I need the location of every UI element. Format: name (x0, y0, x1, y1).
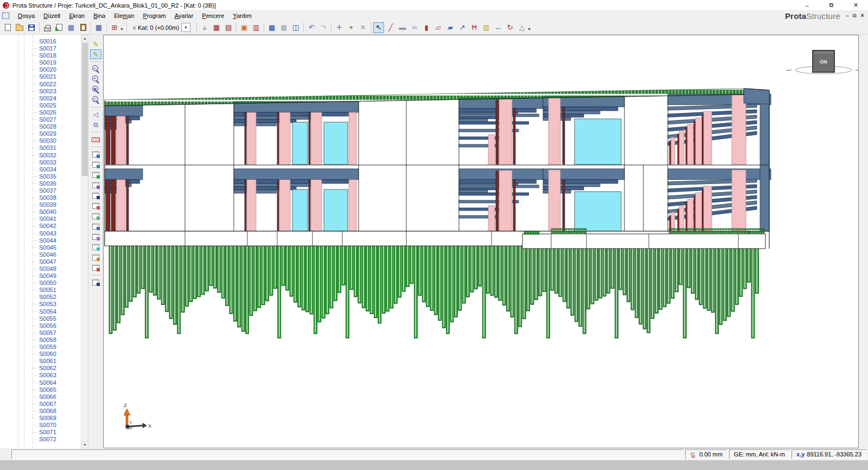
scroll-up-icon[interactable]: ▲ (81, 35, 88, 42)
panel-tool-button[interactable]: ▱ (433, 22, 444, 33)
tree-item-s0042[interactable]: S0042 (0, 223, 81, 230)
tree-item-s0052[interactable]: S0052 (0, 294, 81, 301)
tree-item-s0051[interactable]: S0051 (0, 287, 81, 294)
print-button[interactable] (42, 22, 53, 33)
tree-item-s0060[interactable]: S0060 (0, 351, 81, 358)
tree-item-s0044[interactable]: S0044 (0, 237, 81, 244)
tree-item-s0027[interactable]: S0027 (0, 116, 81, 123)
zoom-window-icon[interactable]: ▭ (90, 64, 101, 74)
tables-button[interactable]: ▦ (66, 22, 76, 33)
tree-item-s0032[interactable]: S0032 (0, 152, 81, 159)
menu-yardm[interactable]: Yardım (228, 12, 256, 20)
visibility-walls-icon[interactable] (90, 180, 101, 190)
tree-item-s0028[interactable]: S0028 (0, 123, 81, 130)
tree-item-s0065[interactable]: S0065 (0, 386, 81, 393)
menu-program[interactable]: Program (139, 12, 170, 20)
tree-item-s0072[interactable]: S0072 (0, 436, 81, 443)
visibility-labels-icon[interactable] (90, 242, 101, 252)
report-button[interactable] (54, 22, 65, 33)
visibility-dimensions-icon[interactable] (90, 232, 101, 242)
mdi-minimize-button[interactable]: – (846, 13, 849, 18)
visual-interrogate-icon[interactable]: ◁ (90, 110, 101, 119)
edit-pencil-icon[interactable]: ✎ (90, 49, 101, 59)
menu-dzelt[interactable]: Düzelt (39, 12, 65, 20)
zoom-previous-icon[interactable]: ↶ (90, 74, 101, 84)
visibility-axes-icon[interactable] (90, 211, 101, 221)
rotate-tool-button[interactable]: ↻ (505, 22, 515, 33)
tree-item-s0030[interactable]: S0030 (0, 137, 81, 144)
visibility-slabs-icon[interactable] (90, 170, 101, 180)
tree-item-s0016[interactable]: S0016 (0, 38, 81, 45)
menu-ayarlar[interactable]: Ayarlar (170, 12, 198, 20)
storey-manager-caret-icon[interactable]: ▼ (120, 27, 124, 31)
close-button[interactable]: ✕ (844, 0, 868, 10)
tree-item-s0021[interactable]: S0021 (0, 73, 81, 80)
tree-item-s0056[interactable]: S0056 (0, 322, 81, 329)
tree-item-s0029[interactable]: S0029 (0, 130, 81, 137)
tree-item-s0070[interactable]: S0070 (0, 422, 81, 429)
draw-pencil-icon[interactable]: ✎ (90, 39, 101, 49)
tree-item-s0025[interactable]: S0025 (0, 102, 81, 109)
tree-item-s0063[interactable]: S0063 (0, 372, 81, 379)
tree-item-s0023[interactable]: S0023 (0, 88, 81, 95)
tree-item-s0035[interactable]: S0035 (0, 173, 81, 180)
select-button[interactable]: ↖ (373, 22, 384, 33)
pattern-button[interactable]: ▩ (266, 22, 277, 33)
menu-ekran[interactable]: Ekran (65, 12, 89, 20)
grid-box-button[interactable]: ◫ (290, 22, 301, 33)
mdi-close-button[interactable]: ✕ (860, 13, 865, 18)
tree-item-s0045[interactable]: S0045 (0, 244, 81, 251)
frame-view-button[interactable]: ▣ (239, 22, 250, 33)
tree-item-s0037[interactable]: S0037 (0, 187, 81, 194)
truss-view-button[interactable]: ▥ (251, 22, 261, 33)
tree-item-s0069[interactable]: S0069 (0, 415, 81, 422)
tree-item-s0024[interactable]: S0024 (0, 95, 81, 102)
tree-item-s0019[interactable]: S0019 (0, 59, 81, 66)
tree-item-s0031[interactable]: S0031 (0, 144, 81, 151)
menu-pencere[interactable]: Pencere (197, 12, 228, 20)
visibility-piles-icon[interactable] (90, 201, 101, 211)
tree-item-s0047[interactable]: S0047 (0, 258, 81, 265)
visibility-members-icon[interactable] (90, 263, 101, 272)
column-tool-button[interactable]: ▮ (421, 22, 432, 33)
tree-item-s0050[interactable]: S0050 (0, 280, 81, 287)
scroll-down-icon[interactable]: ▼ (81, 441, 88, 448)
delete-button[interactable]: ✕ (358, 22, 368, 33)
polyline-tool-caret-icon[interactable]: ▼ (527, 27, 531, 31)
tree-item-s0048[interactable]: S0048 (0, 265, 81, 272)
tree-item-s0022[interactable]: S0022 (0, 81, 81, 88)
storey-manager-button[interactable]: ⊞ (109, 22, 120, 33)
move-tool-button[interactable]: ↔ (493, 22, 503, 33)
truss-tool-button[interactable]: Ħ (469, 22, 480, 33)
tree-item-s0017[interactable]: S0017 (0, 45, 81, 52)
menu-bina[interactable]: Bina (89, 12, 110, 20)
tree-item-s0057[interactable]: S0057 (0, 329, 81, 336)
tree-item-s0046[interactable]: S0046 (0, 251, 81, 258)
storey-selector[interactable]: oKat: 0 (+0.00m)▼ (133, 23, 190, 32)
tree-item-s0038[interactable]: S0038 (0, 194, 81, 201)
tree-item-s0026[interactable]: S0026 (0, 109, 81, 116)
tree-item-s0018[interactable]: S0018 (0, 52, 81, 59)
pick-clear-button[interactable]: ⌖ (346, 22, 356, 33)
tree-item-s0054[interactable]: S0054 (0, 308, 81, 315)
mdi-restore-button[interactable]: ⧉ (852, 13, 856, 18)
mesh-button[interactable]: ▦ (278, 22, 289, 33)
tree-item-s0059[interactable]: S0059 (0, 344, 81, 351)
restore-button[interactable]: ⧉ (819, 0, 844, 10)
tree-item-s0036[interactable]: S0036 (0, 180, 81, 187)
tree-item-s0058[interactable]: S0058 (0, 336, 81, 344)
display-options-button[interactable]: ▲ (199, 22, 210, 33)
tree-item-s0062[interactable]: S0062 (0, 365, 81, 372)
beam2-tool-button[interactable]: ═ (409, 22, 420, 33)
model-3d-view[interactable]: ÖNZXY (104, 35, 858, 448)
tree-item-s0041[interactable]: S0041 (0, 215, 81, 223)
polyline-tool-button[interactable]: △ (516, 22, 527, 33)
visibility-rebar-icon[interactable] (90, 252, 101, 262)
tree-item-s0053[interactable]: S0053 (0, 301, 81, 308)
redo-button[interactable]: ↷ (318, 22, 329, 33)
tree-item-s0066[interactable]: S0066 (0, 393, 81, 401)
tree-item-s0064[interactable]: S0064 (0, 379, 81, 386)
open-file-button[interactable] (14, 22, 25, 33)
beam-tool-button[interactable]: ▬ (397, 22, 408, 33)
copy-view-icon[interactable]: ⧉ (90, 120, 101, 130)
